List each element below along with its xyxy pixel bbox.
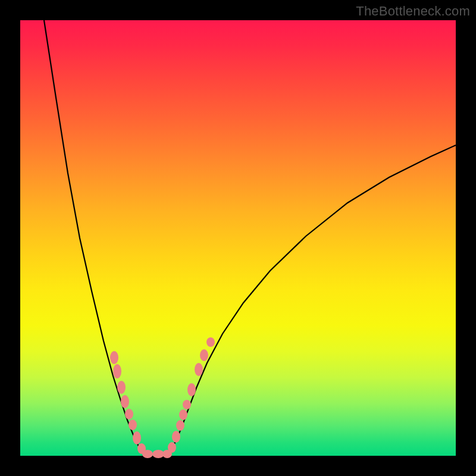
bead-right-7 [200,349,208,361]
watermark-text: TheBottleneck.com [356,4,470,19]
plot-area [20,20,456,456]
bead-right-4 [183,400,191,409]
bead-left-2 [117,381,126,394]
bead-right-8 [206,337,215,347]
bead-left-6 [133,431,141,444]
bead-left-4 [125,409,133,419]
bead-floor-2 [162,450,172,458]
outer-frame: TheBottleneck.com [0,0,476,476]
bead-right-2 [176,420,184,431]
bead-right-5 [187,383,196,396]
bead-right-1 [172,431,180,443]
bead-right-3 [179,409,187,420]
bead-left-1 [113,364,121,378]
curve-left-branch [44,20,145,456]
beads-group [110,337,215,458]
bead-left-0 [110,351,118,364]
bead-left-3 [121,395,129,408]
curve-right-branch [167,145,456,456]
bead-left-5 [129,419,137,430]
curve-group [44,20,456,456]
bead-floor-0 [142,450,153,458]
chart-svg [20,20,456,456]
bead-right-6 [195,363,203,376]
